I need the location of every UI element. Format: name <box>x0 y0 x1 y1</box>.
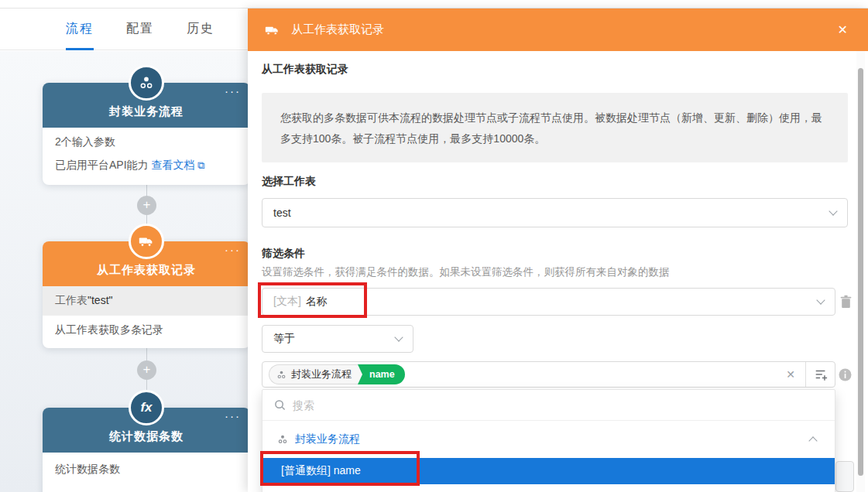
api-status-text: 已启用平台API能力 <box>55 159 149 171</box>
clear-value-icon[interactable]: ✕ <box>776 368 805 381</box>
tab-history[interactable]: 历史 <box>187 9 214 50</box>
node-action-row: 从工作表获取多条记录 <box>43 316 250 348</box>
fx-icon-label: fx <box>140 400 152 415</box>
truck-icon <box>129 224 164 259</box>
insert-variable-icon[interactable] <box>805 362 835 387</box>
chevron-down-icon <box>394 333 403 341</box>
node-get-records-header: 从工作表获取记录 ··· <box>43 241 250 286</box>
filter-value-input[interactable]: 封装业务流程 name ✕ <box>262 361 835 388</box>
worksheet-value: "test" <box>87 294 113 306</box>
dropdown-group-package-flow[interactable]: 封装业务流程 <box>262 421 835 458</box>
add-node-button-1[interactable]: + <box>137 196 156 215</box>
tab-config[interactable]: 配置 <box>126 9 154 50</box>
cluster-icon <box>277 434 288 445</box>
node-more-icon[interactable]: ··· <box>225 409 241 422</box>
add-node-button-2[interactable]: + <box>137 360 156 380</box>
hidden-input-corner <box>835 461 854 492</box>
dropdown-search-row[interactable] <box>262 390 835 421</box>
app-window: 流程 配置 历史 封装业务流程 ··· 2个输入参数 <box>0 0 868 492</box>
node-title: 统计数据条数 <box>109 429 184 444</box>
variable-source-label: 封装业务流程 <box>291 367 352 381</box>
info-icon[interactable] <box>839 368 852 381</box>
view-doc-link[interactable]: 查看文档 <box>151 159 194 171</box>
filter-label: 筛选条件 <box>262 247 305 261</box>
worksheet-select-label: 选择工作表 <box>262 175 316 189</box>
node-count-records[interactable]: fx 统计数据条数 ··· 统计数据条数 <box>43 408 250 492</box>
node-more-icon[interactable]: ··· <box>225 243 241 256</box>
chevron-down-icon <box>829 207 837 215</box>
truck-icon <box>265 22 280 38</box>
search-icon <box>274 399 286 411</box>
node-count-row: 统计数据条数 <box>43 453 250 492</box>
node-get-records[interactable]: 从工作表获取记录 ··· 工作表"test" 从工作表获取多条记录 <box>43 241 250 348</box>
chevron-up-icon <box>808 436 817 445</box>
field-name: 名称 <box>306 295 818 309</box>
worksheet-select-value: test <box>273 207 830 219</box>
node-count-body: 统计数据条数 <box>43 453 250 492</box>
node-api-row: 已启用平台API能力 查看文档 ⧉ <box>43 152 250 185</box>
fx-icon: fx <box>129 390 164 425</box>
filter-field-select[interactable]: [文本] 名称 <box>262 288 835 316</box>
drawer-title: 从工作表获取记录 <box>291 22 835 37</box>
external-link-icon[interactable]: ⧉ <box>197 159 204 171</box>
node-get-records-body: 工作表"test" 从工作表获取多条记录 <box>43 286 250 348</box>
node-package-header: 封装业务流程 ··· <box>43 83 250 128</box>
cluster-icon <box>276 370 286 380</box>
worksheet-select[interactable]: test <box>262 198 848 227</box>
trash-icon[interactable] <box>839 295 853 309</box>
filter-operator-select[interactable]: 等于 <box>262 325 413 353</box>
chevron-down-icon <box>816 296 825 304</box>
scrollbar-thumb[interactable] <box>858 68 863 476</box>
node-title: 从工作表获取记录 <box>97 263 196 278</box>
cluster-icon <box>129 65 164 101</box>
dropdown-search-input[interactable] <box>293 399 823 412</box>
node-title: 封装业务流程 <box>109 104 184 119</box>
node-package-flow[interactable]: 封装业务流程 ··· 2个输入参数 已启用平台API能力 查看文档 ⧉ <box>43 83 250 185</box>
variable-tag-source: 封装业务流程 <box>269 364 358 384</box>
close-icon[interactable]: ✕ <box>835 19 851 40</box>
variable-tag[interactable]: 封装业务流程 name <box>269 364 405 384</box>
field-type-tag: [文本] <box>273 295 301 309</box>
worksheet-label: 工作表 <box>55 294 87 306</box>
tab-flow[interactable]: 流程 <box>66 9 94 50</box>
dropdown-option-name-array[interactable]: [普通数组] name <box>262 458 835 484</box>
variable-dropdown: 封装业务流程 [普通数组] name <box>262 389 835 492</box>
operator-value: 等于 <box>273 332 396 346</box>
variable-field-label: name <box>358 364 405 384</box>
node-param-summary: 2个输入参数 <box>43 128 250 152</box>
filter-description: 设置筛选条件，获得满足条件的数据。如果未设置筛选条件，则获得所有来自对象的数据 <box>262 265 670 279</box>
node-count-header: fx 统计数据条数 ··· <box>43 408 250 453</box>
section-title: 从工作表获取记录 <box>262 63 348 77</box>
node-more-icon[interactable]: ··· <box>225 84 241 97</box>
info-box: 您获取的多条数据可供本流程的数据处理节点或子流程节点使用。被数据处理节点（新增、… <box>262 93 848 162</box>
drawer-header: 从工作表获取记录 ✕ <box>248 9 868 51</box>
node-config-drawer: 从工作表获取记录 ✕ 从工作表获取记录 您获取的多条数据可供本流程的数据处理节点… <box>248 9 868 492</box>
dropdown-group-label: 封装业务流程 <box>295 432 803 446</box>
node-worksheet-row: 工作表"test" <box>43 286 250 316</box>
node-package-body: 2个输入参数 已启用平台API能力 查看文档 ⧉ <box>43 128 250 185</box>
